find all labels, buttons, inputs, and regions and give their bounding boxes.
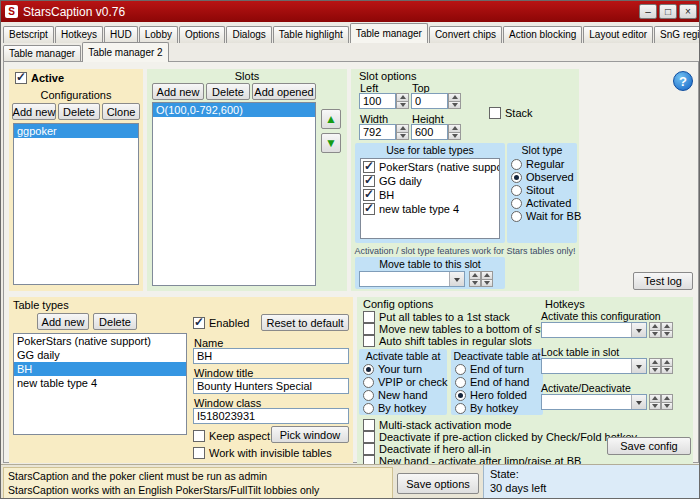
use-for-list[interactable]: PokerStars (native support GG daily BH n… <box>360 158 500 239</box>
height-input[interactable] <box>411 124 448 140</box>
slot-type-observed[interactable]: Observed <box>511 171 574 183</box>
move-new-tables-bottom-checkbox[interactable]: Move new tables to a bottom of stack <box>363 323 561 335</box>
spin-col[interactable] <box>481 271 493 287</box>
deactivate-allin-checkbox[interactable]: Deactivate if hero all-in <box>363 443 491 455</box>
spin-down-icon[interactable] <box>661 403 673 411</box>
slots-delete-button[interactable]: Delete <box>206 83 250 100</box>
minimize-icon[interactable]: – <box>639 4 657 19</box>
tab-action-blocking[interactable]: Action blocking <box>503 26 582 43</box>
spin-down-icon[interactable] <box>448 102 461 110</box>
spin-up-icon[interactable] <box>481 271 493 280</box>
tab-table-manager-1[interactable]: Table manager <box>3 45 81 62</box>
spin-down-icon[interactable] <box>469 280 481 288</box>
slots-add-new-button[interactable]: Add new <box>152 83 204 100</box>
spin-up-icon[interactable] <box>649 358 661 367</box>
active-checkbox[interactable]: Active <box>15 72 64 84</box>
slot-type-sitout[interactable]: Sitout <box>511 184 554 196</box>
activate-by-hotkey-radio[interactable]: By hotkey <box>363 402 426 414</box>
config-delete-button[interactable]: Delete <box>58 103 100 120</box>
activate-config-hotkey-select[interactable] <box>541 322 647 338</box>
name-input[interactable] <box>193 348 349 364</box>
spin-col[interactable] <box>649 322 661 338</box>
activate-new-hand-radio[interactable]: New hand <box>363 389 428 401</box>
help-button[interactable]: ? <box>673 71 693 91</box>
tab-dialogs[interactable]: Dialogs <box>226 26 271 43</box>
activate-deactivate-hotkey-select[interactable] <box>541 394 647 410</box>
slot-type-activated[interactable]: Activated <box>511 197 571 209</box>
deactivate-preaction-checkbox[interactable]: Deactivate if pre-action clicked by Chec… <box>363 431 637 443</box>
lock-table-hotkey-spinner[interactable] <box>649 358 673 374</box>
spin-down-icon[interactable] <box>649 403 661 411</box>
spin-down-icon[interactable] <box>396 102 409 110</box>
tab-table-manager[interactable]: Table manager <box>350 23 428 43</box>
spin-up-icon[interactable] <box>396 124 409 133</box>
table-types-delete-button[interactable]: Delete <box>93 313 137 330</box>
spin-down-icon[interactable] <box>448 133 461 141</box>
spin-col[interactable] <box>661 358 673 374</box>
list-item[interactable]: GG daily <box>14 348 186 362</box>
multi-stack-checkbox[interactable]: Multi-stack activation mode <box>363 419 512 431</box>
table-types-add-new-button[interactable]: Add new <box>37 313 89 330</box>
list-item[interactable]: ggpoker <box>14 124 138 138</box>
spin-col[interactable] <box>661 394 673 410</box>
spin-up-icon[interactable] <box>448 124 461 133</box>
save-config-button[interactable]: Save config <box>607 437 691 455</box>
left-input[interactable] <box>359 93 396 109</box>
reset-to-default-button[interactable]: Reset to default <box>261 314 349 331</box>
spin-col[interactable] <box>469 271 481 287</box>
spin-up-icon[interactable] <box>448 93 461 102</box>
maximize-icon[interactable]: □ <box>659 4 677 19</box>
lock-table-hotkey-select[interactable] <box>541 358 647 374</box>
activate-your-turn-radio[interactable]: Your turn <box>363 363 422 375</box>
spin-down-icon[interactable] <box>396 133 409 141</box>
height-spinner[interactable] <box>448 124 461 140</box>
list-item[interactable]: PokerStars (native support) <box>14 334 186 348</box>
spin-down-icon[interactable] <box>649 367 661 375</box>
tab-hud[interactable]: HUD <box>104 26 138 43</box>
slots-add-opened-button[interactable]: Add opened <box>252 83 316 100</box>
activate-vpip-radio[interactable]: VPIP or check <box>363 376 448 388</box>
spin-up-icon[interactable] <box>661 358 673 367</box>
slots-list[interactable]: O(100,0-792,600) <box>152 102 316 286</box>
spin-up-icon[interactable] <box>649 322 661 331</box>
tab-layout-editor[interactable]: Layout editor <box>583 26 653 43</box>
spin-col[interactable] <box>649 394 661 410</box>
top-input[interactable] <box>411 93 448 109</box>
tab-betscript[interactable]: Betscript <box>3 26 54 43</box>
move-slot-down-button[interactable]: ▼ <box>321 133 341 153</box>
list-item[interactable]: BH <box>14 362 186 376</box>
deactivate-hero-folded-radio[interactable]: Hero folded <box>455 389 527 401</box>
move-table-select[interactable] <box>359 271 465 287</box>
list-item[interactable]: O(100,0-792,600) <box>153 103 315 117</box>
spin-up-icon[interactable] <box>661 394 673 403</box>
spin-col[interactable] <box>661 322 673 338</box>
enabled-checkbox[interactable]: Enabled <box>193 317 249 329</box>
stack-checkbox[interactable]: Stack <box>489 107 533 119</box>
move-table-hotkey-spinner[interactable] <box>469 271 493 287</box>
top-spinner[interactable] <box>448 93 461 109</box>
table-type-check[interactable]: BH <box>363 189 394 201</box>
slot-type-regular[interactable]: Regular <box>511 158 565 170</box>
tab-table-manager-2[interactable]: Table manager 2 <box>82 42 169 62</box>
save-options-button[interactable]: Save options <box>397 473 479 494</box>
spin-up-icon[interactable] <box>469 271 481 280</box>
deactivate-end-of-hand-radio[interactable]: End of hand <box>455 376 529 388</box>
close-icon[interactable]: × <box>679 4 697 19</box>
window-title-input[interactable] <box>193 378 349 394</box>
configurations-list[interactable]: ggpoker <box>13 123 139 285</box>
left-spinner[interactable] <box>396 93 409 109</box>
config-clone-button[interactable]: Clone <box>102 103 140 120</box>
pick-window-button[interactable]: Pick window <box>271 426 349 443</box>
spin-down-icon[interactable] <box>481 280 493 288</box>
list-item[interactable]: new table type 4 <box>14 376 186 390</box>
slot-type-wait-for-bb[interactable]: Wait for BB <box>511 210 581 222</box>
tab-table-highlight[interactable]: Table highlight <box>273 26 349 43</box>
tab-lobby[interactable]: Lobby <box>139 26 178 43</box>
test-log-button[interactable]: Test log <box>633 272 693 290</box>
auto-shift-tables-checkbox[interactable]: Auto shift tables in regular slots <box>363 335 532 347</box>
spin-down-icon[interactable] <box>649 331 661 339</box>
deactivate-end-of-turn-radio[interactable]: End of turn <box>455 363 524 375</box>
width-spinner[interactable] <box>396 124 409 140</box>
spin-col[interactable] <box>649 358 661 374</box>
tab-sng-registrator[interactable]: SnG registrator <box>654 26 700 43</box>
